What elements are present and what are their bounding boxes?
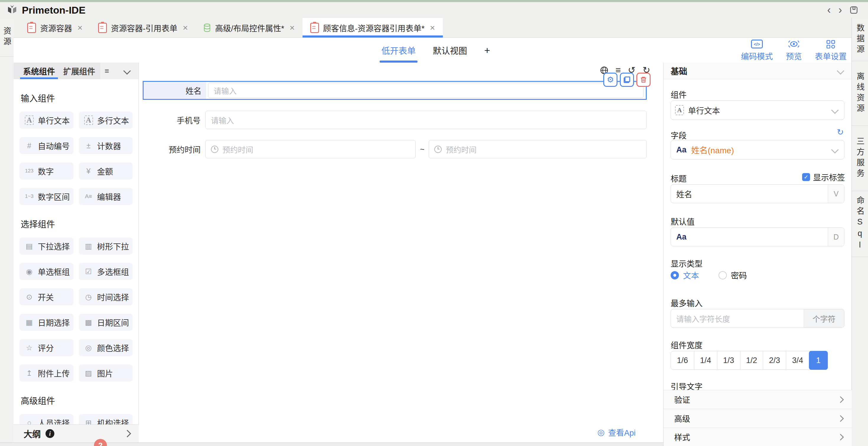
component-card-tree-select[interactable]: ▥ 树形下拉 xyxy=(79,237,133,255)
accordion-validation[interactable]: 验证 xyxy=(663,390,852,409)
rail-tab-named-sql[interactable]: 命名Sql xyxy=(852,191,868,257)
editor-tab-resource-container-ref-form[interactable]: 资源容器-引用表单 × xyxy=(90,18,196,37)
component-card-radio-group[interactable]: ◉ 单选框组 xyxy=(20,263,73,280)
component-card-switch[interactable]: ⊙ 开关 xyxy=(20,288,73,306)
rail-tab-data-source[interactable]: 数据源 xyxy=(852,18,868,61)
component-card-counter[interactable]: ± 计数器 xyxy=(79,137,133,154)
editor-tab-resource-container[interactable]: 资源容器 × xyxy=(20,18,90,37)
tab-lowcode-form[interactable]: 低开表单 xyxy=(381,38,416,63)
component-select[interactable]: A 单行文本 xyxy=(671,100,844,120)
preview-button[interactable]: 预览 xyxy=(786,39,802,62)
checkbox-label: 显示标签 xyxy=(813,171,845,183)
component-card-editor[interactable]: A≡ 编辑器 xyxy=(79,188,133,205)
outline-label: 大纲 xyxy=(24,427,41,440)
width-option-1-3[interactable]: 1/3 xyxy=(717,351,740,370)
add-view-button[interactable]: + xyxy=(484,38,490,63)
width-option-1-2[interactable]: 1/2 xyxy=(740,351,763,370)
editor-tab-customer-info-active[interactable]: 顾客信息-资源容器引用表单* × xyxy=(303,18,443,37)
appointment-end-input[interactable]: 预约时间 xyxy=(429,140,647,158)
width-option-3-4[interactable]: 3/4 xyxy=(786,351,809,370)
org-select-icon: ⊞ xyxy=(82,418,95,425)
expand-outline-chevron-icon[interactable] xyxy=(123,430,131,437)
default-value-suffix-button[interactable]: D xyxy=(828,228,844,246)
refresh-icon[interactable]: ↻ xyxy=(837,128,844,136)
component-card-single-line-text[interactable]: A 单行文本 xyxy=(20,112,73,129)
chevron-right-icon xyxy=(837,415,844,422)
width-option-1-6[interactable]: 1/6 xyxy=(671,351,694,370)
properties-section-basic[interactable]: 基础 xyxy=(663,63,851,79)
info-icon: i xyxy=(45,429,54,438)
close-icon[interactable]: × xyxy=(183,23,188,33)
rail-tab-offline-resources[interactable]: 离线资源 xyxy=(852,61,868,126)
component-card-multi-line-text[interactable]: A 多行文本 xyxy=(79,112,133,129)
editor-icon: A≡ xyxy=(82,193,95,200)
input-placeholder: 请输入 xyxy=(214,85,237,96)
default-value-input[interactable]: Aa xyxy=(671,228,828,246)
field-select[interactable]: Aa 姓名(name) xyxy=(671,140,844,159)
width-option-1-selected[interactable]: 1 xyxy=(809,351,828,370)
accordion-advanced[interactable]: 高级 xyxy=(663,409,852,428)
form-field-phone[interactable]: 手机号 请输入 xyxy=(143,111,647,129)
rail-tab-third-party-services[interactable]: 三方服务 xyxy=(852,126,868,191)
radio-password[interactable]: 密码 xyxy=(718,269,747,281)
close-icon[interactable]: × xyxy=(289,23,295,33)
field-label: 姓名 xyxy=(144,82,206,99)
component-card-time-picker[interactable]: ◷ 时间选择 xyxy=(79,288,133,306)
back-icon[interactable]: ‹ xyxy=(827,5,831,15)
list-view-icon[interactable]: ≡ xyxy=(104,66,109,75)
collapse-panel-chevron-icon[interactable] xyxy=(123,67,131,74)
forward-icon[interactable]: › xyxy=(838,5,842,15)
width-option-2-3[interactable]: 2/3 xyxy=(763,351,786,370)
component-card-rating[interactable]: ☆ 评分 xyxy=(20,339,73,356)
component-label: 时间选择 xyxy=(97,291,129,303)
component-label: 数字区间 xyxy=(38,191,70,202)
image-icon: ▨ xyxy=(82,369,95,378)
tab-extension-components[interactable]: 扩展组件 xyxy=(59,63,99,79)
component-card-attachment-upload[interactable]: ↥ 附件上传 xyxy=(20,364,73,382)
name-input[interactable]: 请输入 xyxy=(208,83,644,98)
field-delete-button[interactable] xyxy=(637,73,651,87)
preview-eye-icon xyxy=(788,39,800,49)
outline-bar[interactable]: 大纲 i xyxy=(13,424,139,442)
code-mode-button[interactable]: </> 编码模式 xyxy=(741,39,773,62)
tab-system-components[interactable]: 系统组件 xyxy=(19,63,59,79)
component-card-amount[interactable]: ¥ 金额 xyxy=(79,162,133,180)
phone-input[interactable]: 请输入 xyxy=(205,111,647,129)
view-api-link[interactable]: ◎ 查看Api xyxy=(597,426,636,438)
editor-tab-advanced-layout-props[interactable]: 高级/布局控件属性* × xyxy=(195,18,303,37)
component-card-user-select[interactable]: ○ 人员选择 xyxy=(20,414,73,424)
close-icon[interactable]: × xyxy=(78,23,83,33)
appointment-start-input[interactable]: 预约时间 xyxy=(205,140,416,158)
max-length-input[interactable]: 请输入字符长度 xyxy=(671,309,804,327)
form-field-appointment-time[interactable]: 预约时间 预约时间 ~ 预约时间 xyxy=(143,140,647,158)
component-card-dropdown-select[interactable]: ▤ 下拉选择 xyxy=(20,237,73,255)
component-card-date-picker[interactable]: ▦ 日期选择 xyxy=(20,314,73,331)
component-label: 日期区间 xyxy=(97,317,129,328)
component-card-number-range[interactable]: 1~3 数字区间 xyxy=(20,188,73,205)
accordion-style[interactable]: 样式 xyxy=(663,428,852,446)
checkbox-checked-icon[interactable] xyxy=(802,173,810,181)
component-card-number[interactable]: 123 数字 xyxy=(20,162,73,180)
input-placeholder: 请输入 xyxy=(211,115,234,126)
field-copy-button[interactable] xyxy=(620,73,634,87)
component-card-color-picker[interactable]: ◎ 颜色选择 xyxy=(79,339,133,356)
field-settings-button[interactable]: ⚙ xyxy=(603,73,617,87)
component-card-auto-number[interactable]: # 自动编号 xyxy=(20,137,73,154)
component-card-image[interactable]: ▨ 图片 xyxy=(79,364,133,382)
radio-text[interactable]: 文本 xyxy=(671,269,699,281)
collapse-chevron-icon[interactable] xyxy=(837,67,844,74)
width-option-1-4[interactable]: 1/4 xyxy=(694,351,717,370)
component-card-org-select[interactable]: ⊞ 机构选择 xyxy=(79,414,133,424)
close-icon[interactable]: × xyxy=(430,23,435,33)
title-suffix-button[interactable]: V xyxy=(828,185,844,203)
form-field-name-selected[interactable]: 姓名 请输入 xyxy=(143,81,647,100)
form-settings-button[interactable]: 表单设置 xyxy=(815,39,847,62)
components-panel-tabs: 系统组件 扩展组件 xyxy=(13,63,100,79)
editor-tab-label: 高级/布局控件属性* xyxy=(215,22,284,34)
save-icon[interactable] xyxy=(850,6,858,14)
component-card-date-range[interactable]: ▩ 日期区间 xyxy=(79,314,133,331)
tab-default-view[interactable]: 默认视图 xyxy=(433,38,467,63)
component-card-checkbox-group[interactable]: ☑ 多选框组 xyxy=(79,263,133,280)
title-input[interactable]: 姓名 xyxy=(671,185,828,203)
rail-tab-resources[interactable]: 资源 xyxy=(0,18,13,57)
